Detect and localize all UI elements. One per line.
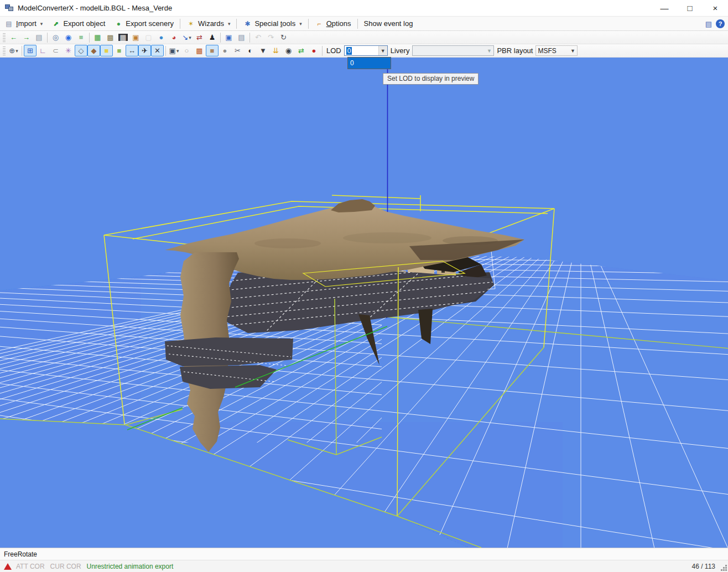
chevron-down-icon: ▾ bbox=[176, 48, 179, 54]
crop-path-icon: ✂ bbox=[235, 47, 241, 54]
lod-dropdown-item[interactable]: 0 bbox=[348, 58, 391, 69]
resize-grip[interactable] bbox=[725, 569, 727, 571]
export-scenery-icon: ● bbox=[114, 19, 123, 28]
camera-view-icon: ▣ bbox=[169, 47, 176, 54]
model-cube-icon: ■ bbox=[210, 47, 215, 54]
toolbar-grip2[interactable] bbox=[3, 46, 6, 55]
cone-light-button[interactable]: ▼ bbox=[257, 45, 269, 56]
lod-combo[interactable]: 0 ▼ bbox=[344, 45, 388, 56]
toolbar-nav: ←→▤◎◉≡▦▩▦▣▢●◕↘▾⇄♟▣▤↶↷↻ bbox=[0, 31, 728, 44]
lod-value: 0 bbox=[346, 47, 352, 55]
snap-grid-button[interactable]: ⊞ bbox=[24, 45, 37, 56]
event-log-icon: ▤ bbox=[35, 34, 42, 41]
menu-item-export-scenery[interactable]: ●Export scenery bbox=[110, 17, 178, 30]
animation-editor-button[interactable]: ▦ bbox=[117, 32, 129, 43]
help-icon[interactable]: ? bbox=[716, 19, 725, 28]
chevron-down-icon: ▾ bbox=[299, 21, 302, 27]
undo-icon: ↶ bbox=[255, 34, 261, 41]
sphere-shading-button[interactable]: ● bbox=[219, 45, 231, 56]
app-icon bbox=[5, 4, 14, 12]
drop-to-ground-icon: ⇊ bbox=[273, 47, 279, 54]
pbr-layout-value: MSFS bbox=[536, 47, 568, 55]
menu-item-show-event-log[interactable]: Show event log bbox=[360, 17, 418, 30]
measure-icon: ↔ bbox=[128, 47, 136, 54]
measure-button[interactable]: ↔ bbox=[126, 45, 138, 56]
texture-editor-icon: ▦ bbox=[94, 34, 101, 41]
placemark-button[interactable]: ◉ bbox=[62, 32, 75, 43]
crop-path-button[interactable]: ✂ bbox=[231, 45, 244, 56]
model-cube-button[interactable]: ■ bbox=[206, 45, 219, 56]
report-button[interactable]: ▤ bbox=[235, 32, 248, 43]
attached-objects-button[interactable]: ▢ bbox=[142, 32, 155, 43]
texture-editor-button[interactable]: ▦ bbox=[91, 32, 104, 43]
lod-dropdown-button[interactable]: ▼ bbox=[378, 46, 387, 55]
crossed-arrows-button[interactable]: ✕ bbox=[151, 45, 164, 56]
undo-button[interactable]: ↶ bbox=[252, 32, 264, 43]
event-log-button[interactable]: ▤ bbox=[33, 32, 45, 43]
menu-item-label: Wizards bbox=[198, 19, 224, 28]
warning-icon bbox=[4, 563, 12, 570]
walk-mode-button[interactable]: ♟ bbox=[206, 32, 219, 43]
zoom-to-fit-button[interactable]: ⊕▾ bbox=[7, 45, 20, 56]
material-editor-button[interactable]: ▩ bbox=[104, 32, 117, 43]
scenery-objects-button[interactable]: ▣ bbox=[129, 32, 142, 43]
lod-tooltip: Set LOD to display in preview bbox=[383, 73, 479, 85]
object-hierarchy-button[interactable]: ≡ bbox=[75, 32, 87, 43]
history-button[interactable]: ↻ bbox=[277, 32, 290, 43]
checker-ball-button[interactable]: ◐ bbox=[244, 45, 257, 56]
lod-dropdown-list[interactable]: 0 bbox=[347, 57, 391, 69]
wireframe-sphere-button[interactable]: ○ bbox=[180, 45, 193, 56]
menu-item-options[interactable]: ⌐Options bbox=[310, 17, 356, 30]
attached-objects-icon: ▢ bbox=[145, 34, 152, 41]
animation-editor-icon: ▦ bbox=[118, 34, 127, 41]
camera-view-button[interactable]: ▣▾ bbox=[168, 45, 180, 56]
minimize-button[interactable]: — bbox=[652, 0, 677, 17]
textured-button[interactable]: ◆ bbox=[87, 45, 100, 56]
wireframe-sphere-icon: ○ bbox=[185, 47, 189, 54]
wireframe-button[interactable]: ◇ bbox=[75, 45, 87, 56]
apple-texture-button[interactable]: ● bbox=[308, 45, 320, 56]
menu-item-label: Import bbox=[16, 19, 37, 28]
replace-texture-button[interactable]: ⇄ bbox=[193, 32, 206, 43]
pbr-layout-label: PBR layout bbox=[497, 46, 533, 55]
toolbar-view: ⊕▾⊞∟⊂✳◇◆■■↔✈✕▣▾○▩■●✂◐▼⇊◉⇄● LOD 0 ▼ Liver… bbox=[0, 44, 728, 58]
texture-preview-button[interactable]: ◎ bbox=[49, 32, 62, 43]
pbr-layout-combo[interactable]: MSFS ▼ bbox=[535, 45, 578, 56]
merge-view-button[interactable]: ✳ bbox=[62, 45, 75, 56]
background-color-button[interactable]: ■ bbox=[113, 45, 126, 56]
earth-position-button[interactable]: ● bbox=[155, 32, 168, 43]
refresh-button[interactable]: ⇄ bbox=[295, 45, 308, 56]
preview-scene[interactable] bbox=[0, 58, 728, 548]
animation-export-message: Unrestricted animation export bbox=[87, 563, 174, 570]
chevron-down-icon: ▾ bbox=[189, 35, 191, 40]
drop-to-ground-button[interactable]: ⇊ bbox=[269, 45, 282, 56]
crossed-arrows-icon: ✕ bbox=[154, 47, 160, 54]
attach-point-button[interactable]: ⊂ bbox=[49, 45, 62, 56]
menu-item-special-tools[interactable]: ✱Special tools▾ bbox=[238, 17, 306, 30]
screenshot-button[interactable]: ▣ bbox=[222, 32, 235, 43]
menu-item-export-object[interactable]: ⬈Export object bbox=[47, 17, 110, 30]
menu-item-import[interactable]: ▤Import▾ bbox=[0, 17, 47, 30]
forward-button[interactable]: → bbox=[20, 32, 33, 43]
back-button[interactable]: ← bbox=[7, 32, 20, 43]
history-icon: ↻ bbox=[280, 34, 287, 41]
event-log-panel-icon[interactable]: ▤ bbox=[704, 19, 714, 29]
redo-button[interactable]: ↷ bbox=[264, 32, 277, 43]
import-icon: ▤ bbox=[4, 19, 13, 28]
transform-button[interactable]: ↘▾ bbox=[180, 32, 193, 43]
visibility-button[interactable]: ◉ bbox=[282, 45, 295, 56]
ground-polygon-button[interactable]: ■ bbox=[100, 45, 113, 56]
menu-item-wizards[interactable]: ✶Wizards▾ bbox=[182, 17, 235, 30]
close-button[interactable]: × bbox=[703, 0, 728, 17]
statistics-button[interactable]: ◕ bbox=[168, 32, 180, 43]
toolbar-grip[interactable] bbox=[3, 33, 6, 42]
visibility-icon: ◉ bbox=[285, 47, 292, 54]
lod-colors-button[interactable]: ▩ bbox=[193, 45, 206, 56]
cur-cor-label: CUR COR bbox=[50, 563, 81, 570]
maximize-button[interactable]: □ bbox=[677, 0, 703, 17]
preview-viewport[interactable]: 0 Set LOD to display in preview bbox=[0, 58, 728, 548]
aircraft-button[interactable]: ✈ bbox=[138, 45, 151, 56]
lod-colors-icon: ▩ bbox=[196, 47, 202, 54]
show-axes-button[interactable]: ∟ bbox=[37, 45, 49, 56]
menubar: ▤Import▾⬈Export object●Export scenery✶Wi… bbox=[0, 17, 728, 31]
